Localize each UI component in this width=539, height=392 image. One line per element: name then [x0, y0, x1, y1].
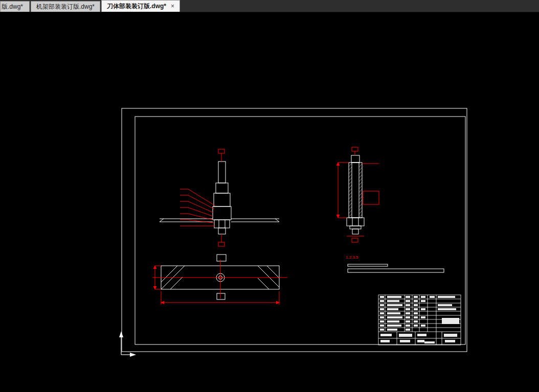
file-tab-0-label: 版.dwg* [2, 3, 23, 11]
section-view-dimensions [338, 147, 379, 242]
section-view [347, 155, 364, 234]
front-view-dimensions [180, 149, 224, 246]
file-tab-0[interactable]: 版.dwg* [0, 1, 30, 12]
drawing-canvas[interactable]: 1.2.3.5 [0, 12, 539, 392]
top-view-dimensions [152, 260, 287, 305]
file-tab-1-label: 机架部装装订版.dwg* [36, 3, 95, 11]
file-tab-2-active[interactable]: 刀体部装装订版.dwg* × [101, 0, 180, 12]
file-tab-bar: 版.dwg* 机架部装装订版.dwg* 刀体部装装订版.dwg* × [0, 0, 539, 12]
file-tab-1[interactable]: 机架部装装订版.dwg* [31, 1, 100, 12]
blade-annotation: 1.2.3.5 [346, 255, 358, 260]
close-tab-icon[interactable]: × [171, 3, 174, 9]
file-tab-2-label: 刀体部装装订版.dwg* [107, 2, 166, 11]
blade-strips [348, 264, 444, 272]
drawing-svg: 1.2.3.5 [0, 12, 539, 392]
